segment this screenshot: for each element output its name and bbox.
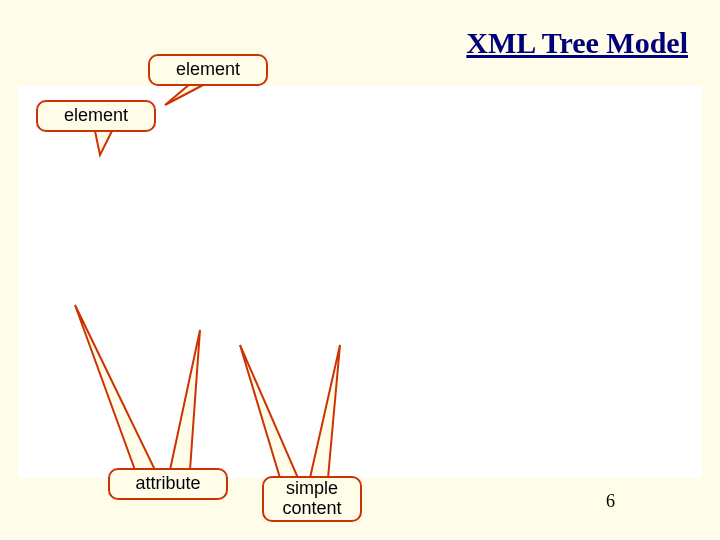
callout-element-left: element <box>36 100 156 132</box>
page-title: XML Tree Model <box>466 26 688 60</box>
callout-simple-content: simple content <box>262 476 362 522</box>
content-area <box>18 86 702 478</box>
callout-label: simple content <box>282 479 341 519</box>
page-number: 6 <box>606 491 615 512</box>
callout-label: element <box>64 106 128 126</box>
callout-label: element <box>176 60 240 80</box>
callout-element-top: element <box>148 54 268 86</box>
callout-label: attribute <box>135 474 200 494</box>
callout-attribute: attribute <box>108 468 228 500</box>
